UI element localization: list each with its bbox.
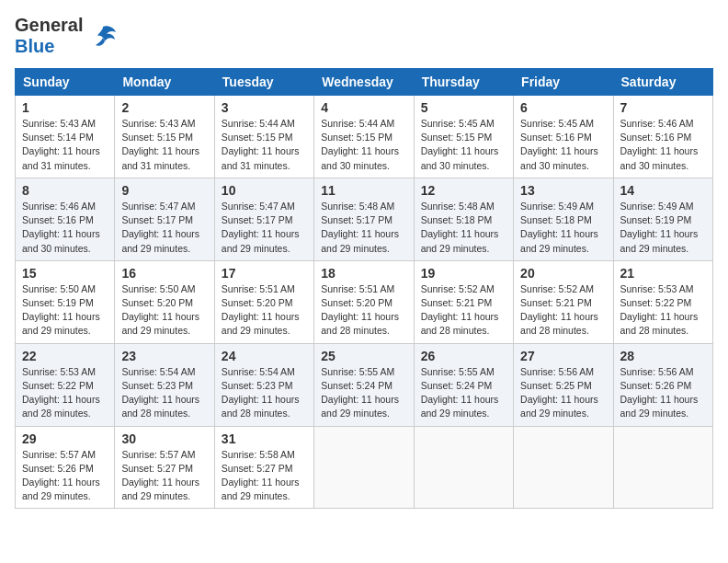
calendar-day: 9Sunrise: 5:47 AM Sunset: 5:17 PM Daylig… (115, 178, 214, 260)
day-info: Sunrise: 5:45 AM Sunset: 5:15 PM Dayligh… (421, 117, 506, 173)
day-info: Sunrise: 5:48 AM Sunset: 5:18 PM Dayligh… (421, 200, 506, 256)
calendar-day: 3Sunrise: 5:44 AM Sunset: 5:15 PM Daylig… (214, 96, 313, 178)
calendar-day: 22Sunrise: 5:53 AM Sunset: 5:22 PM Dayli… (16, 343, 115, 426)
day-info: Sunrise: 5:47 AM Sunset: 5:17 PM Dayligh… (222, 200, 307, 256)
calendar-day: 27Sunrise: 5:56 AM Sunset: 5:25 PM Dayli… (514, 343, 613, 426)
calendar-day: 13Sunrise: 5:49 AM Sunset: 5:18 PM Dayli… (514, 178, 613, 260)
day-number: 11 (321, 183, 406, 198)
day-number: 8 (22, 183, 108, 198)
calendar-day (613, 426, 712, 509)
day-info: Sunrise: 5:43 AM Sunset: 5:15 PM Dayligh… (121, 117, 207, 173)
day-number: 2 (121, 100, 207, 115)
calendar-day: 14Sunrise: 5:49 AM Sunset: 5:19 PM Dayli… (613, 178, 712, 260)
day-number: 17 (222, 266, 307, 281)
day-number: 5 (421, 100, 506, 115)
day-info: Sunrise: 5:57 AM Sunset: 5:26 PM Dayligh… (22, 448, 108, 504)
week-row-5: 29Sunrise: 5:57 AM Sunset: 5:26 PM Dayli… (16, 426, 713, 509)
calendar-header-sunday: Sunday (16, 69, 115, 96)
calendar-day: 25Sunrise: 5:55 AM Sunset: 5:24 PM Dayli… (314, 343, 414, 426)
calendar-day: 12Sunrise: 5:48 AM Sunset: 5:18 PM Dayli… (414, 178, 513, 260)
day-info: Sunrise: 5:47 AM Sunset: 5:17 PM Dayligh… (121, 200, 207, 256)
page-header: General Blue (15, 15, 713, 57)
calendar-day: 21Sunrise: 5:53 AM Sunset: 5:22 PM Dayli… (613, 260, 712, 343)
calendar-day: 2Sunrise: 5:43 AM Sunset: 5:15 PM Daylig… (115, 96, 214, 178)
day-number: 15 (22, 266, 108, 281)
day-info: Sunrise: 5:56 AM Sunset: 5:26 PM Dayligh… (620, 365, 706, 421)
calendar-header-friday: Friday (514, 69, 613, 96)
calendar-day: 10Sunrise: 5:47 AM Sunset: 5:17 PM Dayli… (214, 178, 313, 260)
calendar-day: 20Sunrise: 5:52 AM Sunset: 5:21 PM Dayli… (514, 260, 613, 343)
calendar-day: 29Sunrise: 5:57 AM Sunset: 5:26 PM Dayli… (16, 426, 115, 509)
day-info: Sunrise: 5:46 AM Sunset: 5:16 PM Dayligh… (620, 117, 706, 173)
day-number: 28 (620, 349, 706, 363)
day-info: Sunrise: 5:44 AM Sunset: 5:15 PM Dayligh… (321, 117, 406, 173)
day-number: 22 (22, 349, 108, 363)
day-number: 7 (620, 100, 706, 115)
day-number: 30 (121, 431, 207, 446)
calendar-day (414, 426, 513, 509)
day-info: Sunrise: 5:55 AM Sunset: 5:24 PM Dayligh… (321, 365, 406, 421)
day-number: 25 (321, 349, 406, 363)
day-number: 24 (222, 349, 307, 363)
calendar-header-row: SundayMondayTuesdayWednesdayThursdayFrid… (16, 69, 713, 96)
calendar-day: 15Sunrise: 5:50 AM Sunset: 5:19 PM Dayli… (16, 260, 115, 343)
day-number: 4 (321, 100, 406, 115)
calendar-day: 19Sunrise: 5:52 AM Sunset: 5:21 PM Dayli… (414, 260, 513, 343)
calendar-day: 6Sunrise: 5:45 AM Sunset: 5:16 PM Daylig… (514, 96, 613, 178)
day-info: Sunrise: 5:45 AM Sunset: 5:16 PM Dayligh… (520, 117, 606, 173)
day-info: Sunrise: 5:58 AM Sunset: 5:27 PM Dayligh… (222, 448, 307, 504)
calendar-day: 18Sunrise: 5:51 AM Sunset: 5:20 PM Dayli… (314, 260, 414, 343)
day-info: Sunrise: 5:51 AM Sunset: 5:20 PM Dayligh… (321, 282, 406, 339)
day-info: Sunrise: 5:52 AM Sunset: 5:21 PM Dayligh… (421, 282, 506, 339)
calendar-day: 7Sunrise: 5:46 AM Sunset: 5:16 PM Daylig… (613, 96, 712, 178)
day-number: 12 (421, 183, 506, 198)
day-info: Sunrise: 5:53 AM Sunset: 5:22 PM Dayligh… (22, 365, 108, 421)
calendar-day: 4Sunrise: 5:44 AM Sunset: 5:15 PM Daylig… (314, 96, 414, 178)
calendar-day: 8Sunrise: 5:46 AM Sunset: 5:16 PM Daylig… (16, 178, 115, 260)
day-info: Sunrise: 5:46 AM Sunset: 5:16 PM Dayligh… (22, 200, 108, 256)
day-info: Sunrise: 5:54 AM Sunset: 5:23 PM Dayligh… (121, 365, 207, 421)
calendar-header-monday: Monday (115, 69, 214, 96)
week-row-4: 22Sunrise: 5:53 AM Sunset: 5:22 PM Dayli… (16, 343, 713, 426)
day-number: 3 (222, 100, 307, 115)
day-number: 20 (520, 266, 606, 281)
day-info: Sunrise: 5:55 AM Sunset: 5:24 PM Dayligh… (421, 365, 506, 421)
week-row-1: 1Sunrise: 5:43 AM Sunset: 5:14 PM Daylig… (16, 96, 713, 178)
day-info: Sunrise: 5:48 AM Sunset: 5:17 PM Dayligh… (321, 200, 406, 256)
day-info: Sunrise: 5:50 AM Sunset: 5:20 PM Dayligh… (121, 282, 207, 339)
calendar-day: 26Sunrise: 5:55 AM Sunset: 5:24 PM Dayli… (414, 343, 513, 426)
calendar-day: 5Sunrise: 5:45 AM Sunset: 5:15 PM Daylig… (414, 96, 513, 178)
calendar-day: 16Sunrise: 5:50 AM Sunset: 5:20 PM Dayli… (115, 260, 214, 343)
calendar-day: 24Sunrise: 5:54 AM Sunset: 5:23 PM Dayli… (214, 343, 313, 426)
day-number: 10 (222, 183, 307, 198)
day-number: 21 (620, 266, 706, 281)
calendar-header-tuesday: Tuesday (214, 69, 313, 96)
day-number: 16 (121, 266, 207, 281)
day-info: Sunrise: 5:49 AM Sunset: 5:19 PM Dayligh… (620, 200, 706, 256)
week-row-2: 8Sunrise: 5:46 AM Sunset: 5:16 PM Daylig… (16, 178, 713, 260)
calendar-day: 30Sunrise: 5:57 AM Sunset: 5:27 PM Dayli… (115, 426, 214, 509)
calendar-day: 11Sunrise: 5:48 AM Sunset: 5:17 PM Dayli… (314, 178, 414, 260)
day-number: 1 (22, 100, 108, 115)
day-number: 23 (121, 349, 207, 363)
day-number: 27 (520, 349, 606, 363)
day-number: 18 (321, 266, 406, 281)
day-number: 29 (22, 431, 108, 446)
day-info: Sunrise: 5:49 AM Sunset: 5:18 PM Dayligh… (520, 200, 606, 256)
calendar-day: 17Sunrise: 5:51 AM Sunset: 5:20 PM Dayli… (214, 260, 313, 343)
calendar-header-wednesday: Wednesday (314, 69, 414, 96)
day-number: 26 (421, 349, 506, 363)
day-info: Sunrise: 5:50 AM Sunset: 5:19 PM Dayligh… (22, 282, 108, 339)
calendar-day: 31Sunrise: 5:58 AM Sunset: 5:27 PM Dayli… (214, 426, 313, 509)
day-info: Sunrise: 5:53 AM Sunset: 5:22 PM Dayligh… (620, 282, 706, 339)
day-number: 9 (121, 183, 207, 198)
logo: General Blue (15, 15, 119, 57)
calendar-day: 1Sunrise: 5:43 AM Sunset: 5:14 PM Daylig… (16, 96, 115, 178)
day-number: 14 (620, 183, 706, 198)
day-number: 31 (222, 431, 307, 446)
day-info: Sunrise: 5:43 AM Sunset: 5:14 PM Dayligh… (22, 117, 108, 173)
day-number: 19 (421, 266, 506, 281)
day-info: Sunrise: 5:54 AM Sunset: 5:23 PM Dayligh… (222, 365, 307, 421)
calendar-day: 28Sunrise: 5:56 AM Sunset: 5:26 PM Dayli… (613, 343, 712, 426)
calendar-table: SundayMondayTuesdayWednesdayThursdayFrid… (15, 68, 713, 509)
